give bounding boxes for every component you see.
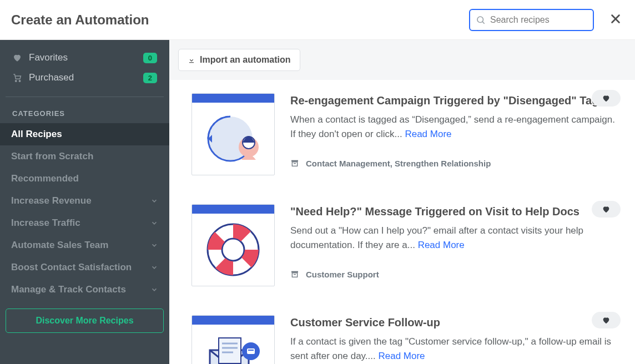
close-icon [609, 13, 622, 25]
recipe-description: When a contact is tagged as “Disengaged,… [290, 113, 616, 142]
read-more-link[interactable]: Read More [378, 351, 425, 361]
recipe-thumbnail [191, 204, 275, 286]
recipe-title: Customer Service Follow-up [290, 316, 616, 329]
chevron-down-icon [150, 264, 158, 271]
recipe-card[interactable]: Customer Service Follow-up If a contact … [169, 302, 632, 364]
recipe-thumbnail [191, 93, 275, 175]
recipe-list[interactable]: Re-engagement Campaign Triggered by "Dis… [169, 80, 635, 364]
sidebar-purchased[interactable]: Purchased 2 [6, 68, 164, 88]
svg-rect-6 [189, 62, 194, 63]
svg-rect-11 [291, 160, 298, 162]
svg-point-0 [477, 17, 483, 23]
modal-header: Create an Automation [0, 0, 635, 40]
import-automation-label: Import an automation [200, 55, 291, 65]
recipe-title: Re-engagement Campaign Triggered by "Dis… [290, 94, 616, 107]
svg-rect-12 [292, 162, 297, 166]
svg-rect-25 [247, 348, 255, 354]
recipe-tags-text: Contact Management, Strengthen Relations… [306, 159, 491, 168]
recipe-tags-text: Customer Support [306, 270, 379, 279]
main-panel: Import an automation [169, 40, 635, 364]
recipe-content: Re-engagement Campaign Triggered by "Dis… [290, 93, 616, 168]
read-more-link[interactable]: Read More [405, 129, 451, 139]
sidebar-favorites-label: Favorites [29, 52, 68, 63]
category-label: Manage & Track Contacts [11, 284, 126, 295]
category-increase-revenue[interactable]: Increase Revenue [0, 190, 169, 212]
chevron-down-icon [150, 197, 158, 205]
svg-line-1 [482, 22, 485, 24]
search-icon [476, 15, 486, 25]
favorite-toggle[interactable] [592, 90, 621, 107]
heart-icon [602, 205, 611, 214]
lifesaver-art-icon [203, 219, 264, 280]
purchased-count-badge: 2 [143, 73, 157, 83]
category-label: Boost Contact Satisfaction [11, 262, 132, 273]
recipe-tags: Contact Management, Strengthen Relations… [290, 159, 616, 168]
page-title: Create an Automation [11, 12, 149, 28]
recipe-description: If a contact is given the tag "Customer … [290, 335, 616, 364]
modal-body: Favorites 0 Purchased 2 CATEGORIES All R… [0, 40, 635, 364]
favorites-count-badge: 0 [143, 53, 157, 63]
svg-rect-26 [248, 350, 254, 351]
cart-icon [12, 73, 22, 83]
recipe-title: "Need Help?" Message Triggered on Visit … [290, 205, 616, 218]
category-all-recipes[interactable]: All Recipes [0, 123, 169, 145]
archive-icon [290, 159, 299, 168]
category-recommended[interactable]: Recommended [0, 168, 169, 190]
heart-icon [12, 53, 22, 63]
search-input-wrap[interactable] [469, 9, 594, 31]
recipe-content: Customer Service Follow-up If a contact … [290, 315, 616, 364]
heart-icon [602, 316, 611, 325]
categories-header: CATEGORIES [0, 97, 169, 123]
svg-rect-17 [292, 273, 297, 277]
recipe-card[interactable]: "Need Help?" Message Triggered on Visit … [169, 191, 632, 302]
category-label: Start from Scratch [11, 151, 93, 162]
discover-more-button[interactable]: Discover More Recipes [6, 309, 164, 333]
category-label: Increase Revenue [11, 195, 92, 206]
sidebar: Favorites 0 Purchased 2 CATEGORIES All R… [0, 40, 169, 364]
svg-rect-20 [219, 338, 241, 363]
close-button[interactable] [607, 11, 624, 29]
svg-rect-16 [291, 271, 298, 273]
read-more-link[interactable]: Read More [418, 240, 465, 250]
category-label: All Recipes [11, 129, 62, 140]
category-start-from-scratch[interactable]: Start from Scratch [0, 145, 169, 168]
category-label: Recommended [11, 173, 79, 184]
header-actions [469, 9, 624, 31]
category-boost-contact-satisfaction[interactable]: Boost Contact Satisfaction [0, 256, 169, 279]
recipe-description: Send out a "How can I help you?" email a… [290, 224, 616, 253]
category-manage-track-contacts[interactable]: Manage & Track Contacts [0, 279, 169, 301]
svg-point-5 [19, 80, 20, 82]
svg-rect-18 [294, 274, 296, 275]
category-label: Increase Traffic [11, 218, 80, 229]
favorite-toggle[interactable] [592, 312, 621, 328]
recipe-card[interactable]: Re-engagement Campaign Triggered by "Dis… [169, 80, 632, 191]
search-input[interactable] [490, 15, 587, 25]
chevron-down-icon [150, 286, 158, 294]
archive-icon [290, 270, 299, 279]
heart-icon [602, 94, 611, 103]
sidebar-purchased-label: Purchased [29, 72, 74, 83]
svg-point-15 [222, 239, 244, 261]
download-icon [188, 56, 195, 64]
category-increase-traffic[interactable]: Increase Traffic [0, 212, 169, 234]
favorite-toggle[interactable] [592, 201, 621, 218]
svg-point-4 [16, 80, 17, 82]
category-label: Automate Sales Team [11, 240, 108, 251]
category-automate-sales-team[interactable]: Automate Sales Team [0, 234, 169, 256]
sidebar-favorites[interactable]: Favorites 0 [6, 48, 164, 68]
chevron-down-icon [150, 219, 158, 227]
import-automation-button[interactable]: Import an automation [178, 49, 300, 71]
svg-rect-13 [294, 163, 296, 164]
recipe-tags: Customer Support [290, 270, 616, 279]
main-toolbar: Import an automation [169, 40, 635, 80]
recipe-thumbnail [191, 315, 275, 364]
reengagement-art-icon [200, 108, 266, 169]
chevron-down-icon [150, 241, 158, 249]
followup-art-icon [200, 330, 266, 364]
recipe-content: "Need Help?" Message Triggered on Visit … [290, 204, 616, 279]
